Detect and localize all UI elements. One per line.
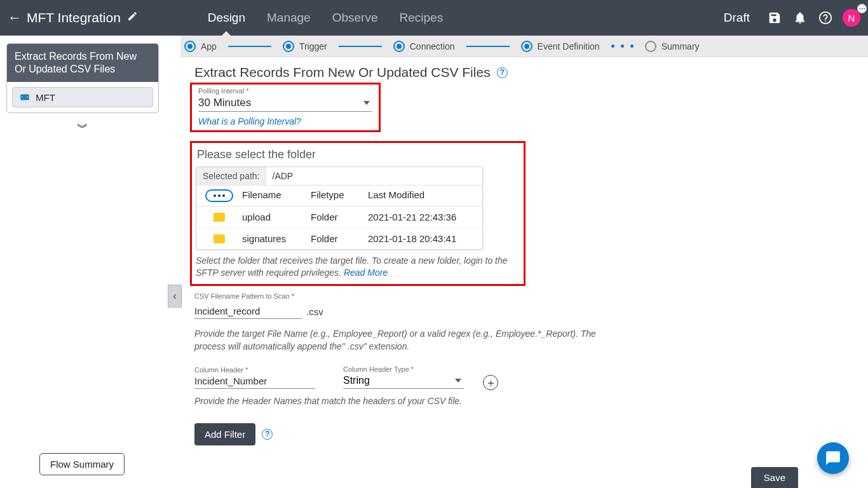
col-filename: Filename (242, 189, 311, 202)
folder-icon (214, 234, 225, 243)
folder-hint: Select the folder that receives the targ… (196, 255, 520, 279)
mft-icon (19, 92, 31, 103)
add-filter-help-icon[interactable]: ? (262, 429, 273, 440)
add-column-icon[interactable]: ＋ (483, 375, 498, 390)
section-title: Extract Records From New Or Updated CSV … (194, 65, 491, 80)
top-bar: ← MFT Integration Design Manage Observe … (0, 0, 868, 36)
polling-interval-select[interactable]: 30 Minutes (198, 95, 372, 112)
folder-select-highlight: Please select the folder Selected path: … (190, 141, 526, 286)
step-connector (339, 46, 382, 47)
selected-path-value: /ADP (266, 167, 482, 185)
chat-icon (825, 450, 841, 466)
polling-interval-label: Polling Interval * (198, 87, 372, 95)
selected-path-label: Selected path: (196, 167, 266, 185)
step-event-definition[interactable]: Event Definition (521, 41, 600, 52)
col-modified: Last Modified (368, 189, 482, 202)
column-header-input[interactable] (194, 374, 315, 389)
page-title-header: MFT Integration (27, 10, 121, 25)
chevron-down-icon (363, 101, 370, 105)
folder-icon (214, 213, 225, 222)
step-connector-dotted (611, 44, 634, 48)
save-button[interactable]: Save (751, 467, 798, 488)
tab-design[interactable]: Design (208, 0, 245, 36)
filename-hint: Provide the target File Name (e.g., Empl… (194, 328, 601, 353)
svg-point-1 (825, 20, 826, 22)
row-modified: 2021-01-18 20:43:41 (368, 233, 482, 244)
column-header-label: Column Header * (194, 366, 315, 374)
polling-interval-value: 30 Minutes (198, 97, 251, 109)
collapse-panel-icon[interactable]: ‹ (168, 285, 182, 308)
step-trigger[interactable]: Trigger (283, 41, 327, 52)
notifications-icon[interactable] (792, 10, 808, 26)
status-label: Draft (724, 11, 750, 25)
svg-point-0 (820, 12, 831, 24)
row-filename: upload (242, 212, 311, 222)
step-app[interactable]: App (184, 41, 217, 52)
sidebar-item-label: MFT (36, 92, 55, 103)
row-filetype: Folder (311, 233, 368, 244)
add-filter-button[interactable]: Add Filter (194, 423, 255, 445)
tab-recipes[interactable]: Recipes (399, 0, 443, 36)
folder-row[interactable]: signatures Folder 2021-01-18 20:43:41 (196, 228, 482, 249)
folder-section-title: Please select the folder (197, 148, 520, 161)
sidebar-item-mft[interactable]: MFT (12, 87, 153, 107)
sidebar-card-title: Extract Records From New Or Updated CSV … (7, 44, 158, 82)
left-rail: Extract Records From New Or Updated CSV … (6, 43, 159, 139)
main-content: Extract Records From New Or Updated CSV … (194, 65, 843, 80)
edit-icon[interactable] (127, 11, 138, 25)
row-modified: 2021-01-21 22:43:36 (368, 212, 482, 222)
flow-summary-button[interactable]: Flow Summary (39, 453, 125, 475)
column-hint: Provide the Header Names that match the … (194, 395, 601, 408)
filename-input[interactable] (194, 304, 302, 319)
sidebar-card: Extract Records From New Or Updated CSV … (6, 43, 159, 113)
step-connector (466, 46, 510, 47)
row-filename: signatures (242, 233, 311, 244)
stepper: App Trigger Connection Event Definition … (180, 36, 868, 57)
chevron-down-icon (455, 379, 461, 383)
svg-rect-2 (20, 95, 29, 100)
tab-manage[interactable]: Manage (267, 0, 311, 36)
main-nav: Design Manage Observe Recipes (208, 0, 443, 36)
polling-interval-help-link[interactable]: What is a Polling Interval? (192, 113, 379, 130)
step-connection[interactable]: Connection (393, 41, 455, 52)
avatar-letter: N (848, 13, 855, 24)
column-header-type-label: Column Header Type * (343, 365, 464, 373)
filename-label: CSV Filename Pattern to Scan * (194, 292, 601, 300)
folder-row[interactable]: upload Folder 2021-01-21 22:43:36 (196, 207, 482, 228)
chat-fab[interactable] (817, 442, 849, 474)
tab-observe[interactable]: Observe (332, 0, 378, 36)
avatar[interactable]: N ⋯ (843, 9, 860, 27)
step-connector (228, 46, 271, 47)
column-header-type-value: String (343, 375, 370, 386)
back-icon[interactable]: ← (8, 10, 22, 26)
row-filetype: Folder (311, 212, 368, 222)
filename-suffix: .csv (306, 306, 323, 317)
expand-icon[interactable]: ︾ (72, 125, 93, 139)
folder-menu-icon[interactable] (205, 189, 233, 202)
save-icon[interactable] (766, 10, 783, 26)
folder-browser: Selected path: /ADP Filename Filetype La… (196, 166, 483, 250)
help-icon[interactable] (817, 10, 834, 26)
folder-read-more-link[interactable]: Read More (344, 268, 388, 278)
avatar-badge-icon: ⋯ (857, 4, 867, 13)
step-summary[interactable]: Summary (645, 41, 700, 52)
col-filetype: Filetype (311, 189, 368, 202)
title-help-icon[interactable]: ? (497, 67, 508, 78)
column-header-type-select[interactable]: String (343, 373, 464, 389)
polling-interval-highlight: Polling Interval * 30 Minutes What is a … (190, 83, 381, 132)
form-continued: CSV Filename Pattern to Scan * .csv Prov… (194, 292, 601, 445)
